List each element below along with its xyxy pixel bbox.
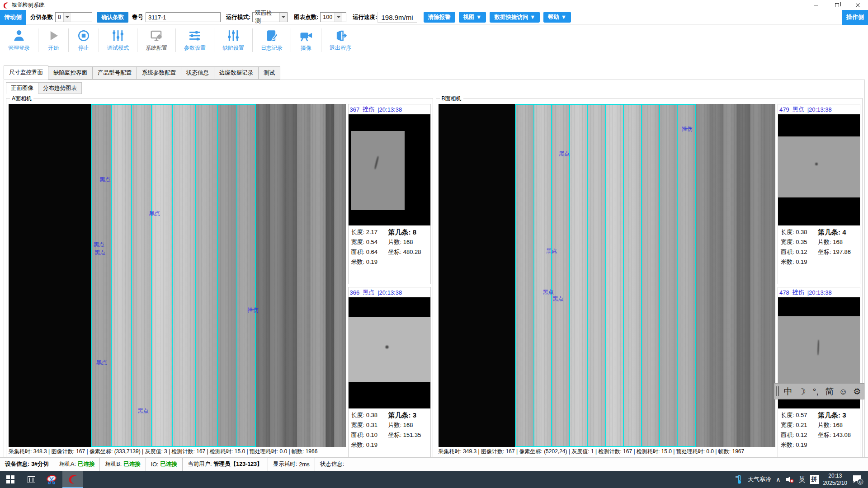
camera-panel-A面相机: A面相机黑点黑点黑点黑点挫伤黑点黑点采集耗时: 348.3 | 图像计数: 16… — [6, 98, 433, 469]
language-indicator[interactable]: 英 — [799, 475, 806, 484]
speed-label: 运行速度: — [353, 14, 377, 21]
vision-app-taskbar-button[interactable] — [62, 471, 83, 488]
defect-mark — [815, 163, 818, 165]
speed-value: 198.9m/mi — [377, 12, 417, 23]
volume-muted-button[interactable] — [785, 475, 794, 483]
notification-icon: 6 — [852, 474, 863, 485]
strip-guide-line — [623, 104, 624, 447]
confirm-count-button[interactable]: 确认条数 — [97, 12, 128, 23]
statusbar: 设备信息:3#分切相机A:已连接相机B:已连接IO:已连接当前用户:管理员【12… — [0, 457, 868, 471]
strip-guide-line — [605, 104, 606, 447]
run-mode-select[interactable]: 双面检测 — [252, 12, 288, 22]
tab-系统参数配置[interactable]: 系统参数配置 — [137, 66, 181, 80]
thermometer-icon[interactable] — [735, 474, 743, 484]
close-button[interactable] — [847, 0, 868, 10]
clear-alarm-button[interactable]: 清除报警 — [424, 12, 455, 23]
toolbar-button-user[interactable]: 管理登录 — [3, 29, 35, 52]
quick-data-menu-button[interactable]: 数据快捷访问 ▼ — [490, 12, 540, 23]
defect-thumbnail — [349, 114, 430, 225]
ime-drag-handle[interactable] — [776, 386, 779, 396]
ime-punctuation-toggle[interactable]: °, — [809, 387, 823, 396]
tab-产品型号配置[interactable]: 产品型号配置 — [93, 66, 137, 80]
statusbar-segment: 相机B:已连接 — [100, 458, 146, 471]
tab-缺陷监控界面[interactable]: 缺陷监控界面 — [48, 66, 93, 80]
defect-stats: 长度: 0.38宽度: 0.35面积: 0.12米数: 0.19第几条: 4片数… — [778, 225, 860, 284]
defect-card-478[interactable]: 478挫伤|20:13:38长度: 0.57宽度: 0.21面积: 0.12米数… — [778, 287, 860, 467]
camera-live-image[interactable]: 挫伤黑点黑点黑点黑点 — [439, 104, 776, 447]
minimize-button[interactable] — [806, 0, 826, 10]
ime-fullwidth-moon-icon[interactable]: ☽ — [795, 387, 809, 396]
defect-card-367[interactable]: 367挫伤|20:13:38长度: 2.17宽度: 0.54面积: 0.64米数… — [348, 104, 431, 284]
statusbar-label: 相机A: — [59, 460, 76, 468]
restore-button[interactable] — [826, 0, 847, 10]
window-controls — [806, 0, 868, 10]
tab-状态信息[interactable]: 状态信息 — [181, 66, 214, 80]
defect-thumbnail-patch — [351, 131, 405, 210]
stat-coord: 坐标: 143.08 — [818, 430, 858, 440]
ime-language-bar[interactable]: 中☽°,简☺⚙ — [774, 383, 864, 399]
stat-strip: 第几条: 3 — [818, 410, 858, 420]
defect-label-黑点: 黑点 — [149, 210, 160, 217]
toolbar-button-sliders-v2[interactable]: 缺陷设置 — [217, 29, 250, 52]
help-menu-button[interactable]: 帮助 ▼ — [543, 12, 571, 23]
chart-points-select[interactable]: 100 — [320, 12, 346, 22]
weather-status[interactable]: 天气寒冷 — [748, 475, 771, 483]
camera-panel-B面相机: B面相机挫伤黑点黑点黑点黑点采集耗时: 349.3 | 图像计数: 167 | … — [436, 98, 863, 469]
main-toolbar: 传动侧 分切条数 8 确认条数 卷号 运行模式: 双面检测 图表点数: 100 … — [0, 10, 868, 25]
defect-id: 479 — [779, 106, 789, 113]
stat-area: 面积: 0.12 — [781, 430, 818, 440]
defect-card-366[interactable]: 366黑点|20:13:38长度: 0.38宽度: 0.31面积: 0.10米数… — [348, 287, 431, 467]
toolbar-button-sliders-v[interactable]: 调试模式 — [102, 29, 134, 52]
start-button[interactable] — [0, 471, 21, 488]
tab-尺寸监控界面[interactable]: 尺寸监控界面 — [4, 66, 48, 80]
defect-card-479[interactable]: 479黑点|20:13:38长度: 0.38宽度: 0.35面积: 0.12米数… — [778, 104, 860, 284]
user-icon — [12, 29, 26, 42]
operation-side-button[interactable]: 操作侧 — [842, 10, 868, 25]
defect-label-黑点: 黑点 — [96, 359, 107, 366]
task-view-button[interactable] — [21, 471, 42, 488]
taskbar-clock[interactable]: 20:13 2025/2/10 — [823, 472, 847, 487]
chevron-down-icon — [279, 13, 287, 22]
transmission-side-button[interactable]: 传动侧 — [0, 10, 26, 25]
stat-length: 长度: 2.17 — [351, 227, 388, 237]
toolbar-button-exit[interactable]: 退出程序 — [324, 29, 357, 52]
statusbar-segment: 显示耗时:2ms — [268, 458, 315, 471]
toolbar-button-label: 摄像 — [301, 44, 311, 52]
statusbar-segment: 状态信息: — [315, 458, 351, 471]
icon-toolbar: 管理登录开始停止调试模式系统配置参数设置缺陷设置日志记录摄像退出程序 — [0, 25, 868, 56]
notification-center-button[interactable]: 6 — [852, 474, 865, 485]
toolbar-button-monitor-gear[interactable]: 系统配置 — [140, 29, 173, 52]
slit-count-label: 分切条数 — [30, 14, 53, 21]
defect-label-黑点: 黑点 — [94, 241, 104, 249]
defect-thumbnail-patch — [778, 136, 860, 197]
ime-chinese-mode[interactable]: 中 — [781, 387, 795, 396]
tab-测试[interactable]: 测试 — [259, 66, 280, 80]
hidden-icons-chevron[interactable]: ∧ — [776, 476, 780, 483]
notification-badge-count: 6 — [859, 480, 861, 484]
toolbar-button-camera[interactable]: 摄像 — [294, 29, 318, 52]
toolbar-button-stop[interactable]: 停止 — [71, 29, 96, 52]
defect-card-header: 478挫伤|20:13:38 — [778, 287, 860, 297]
view-menu-button[interactable]: 视图 ▼ — [459, 12, 486, 23]
ime-mode-indicator[interactable]: 拼 — [810, 475, 819, 484]
toolbar-button-sliders-h[interactable]: 参数设置 — [179, 29, 211, 52]
roll-no-input[interactable] — [146, 12, 221, 22]
toolbar-button-log[interactable]: 日志记录 — [255, 29, 288, 52]
strip-guide-line — [236, 104, 237, 447]
strip-guide-line — [217, 104, 218, 447]
slit-count-select[interactable]: 8 — [55, 12, 92, 22]
subtab-正面图像[interactable]: 正面图像 — [6, 82, 38, 94]
ime-settings-icon[interactable]: ⚙ — [850, 387, 864, 396]
stat-meters: 米数: 0.19 — [351, 440, 388, 450]
defect-time: |20:13:38 — [807, 106, 832, 113]
snipping-tool-button[interactable] — [42, 471, 62, 488]
toolbar-button-play[interactable]: 开始 — [41, 29, 66, 52]
subtab-分布趋势图表[interactable]: 分布趋势图表 — [38, 82, 82, 94]
camera-live-image[interactable]: 黑点黑点黑点黑点挫伤黑点黑点 — [9, 104, 346, 447]
statusbar-value: 管理员【123-123】 — [213, 460, 262, 468]
ime-emoji-icon[interactable]: ☺ — [836, 387, 850, 396]
defect-time: |20:13:38 — [807, 289, 832, 296]
tab-边缘数据记录[interactable]: 边缘数据记录 — [214, 66, 259, 80]
divider — [175, 28, 176, 52]
ime-simplified-mode[interactable]: 简 — [823, 387, 837, 396]
